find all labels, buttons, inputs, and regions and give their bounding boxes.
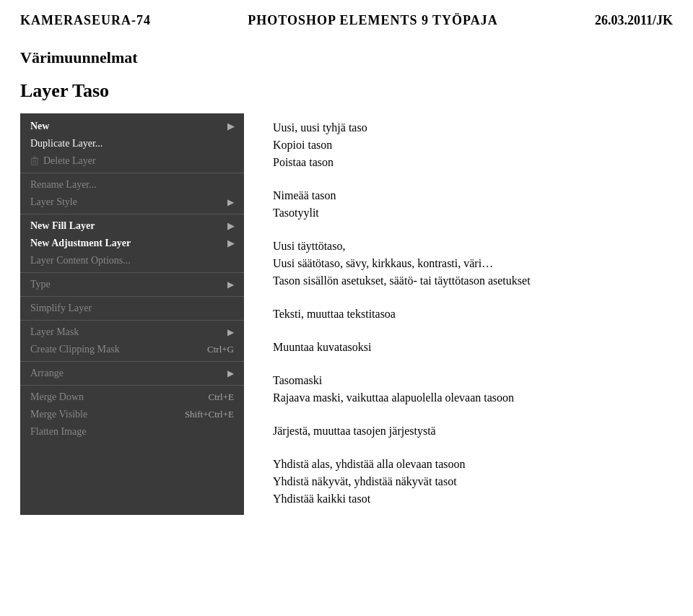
spacer-2 xyxy=(273,229,671,238)
separator-3 xyxy=(20,272,244,273)
arrow-icon-style: ▶ xyxy=(227,197,234,208)
desc-type-1: Teksti, muuttaa tekstitasoa xyxy=(273,305,671,323)
desc-type: Teksti, muuttaa tekstitasoa xyxy=(273,305,671,323)
desc-mask-1: Tasomaski xyxy=(273,372,671,389)
desc-simplify: Muuntaa kuvatasoksi xyxy=(273,339,671,356)
spacer-7 xyxy=(273,447,671,456)
separator-1 xyxy=(20,173,244,173)
arrow-icon-fill: ▶ xyxy=(227,221,234,232)
desc-arrange: Järjestä, muuttaa tasojen järjestystä xyxy=(273,422,671,440)
menu-item-arrange[interactable]: Arrange ▶ xyxy=(20,365,244,382)
svg-rect-1 xyxy=(33,160,34,163)
desc-merge-3: Yhdistää kaikki tasot xyxy=(273,490,671,508)
desc-style-1: Tasotyylit xyxy=(273,204,671,222)
arrow-icon-arrange: ▶ xyxy=(227,368,234,379)
svg-rect-3 xyxy=(31,158,38,159)
svg-rect-2 xyxy=(35,160,36,163)
menu-item-rename-layer[interactable]: Rename Layer... xyxy=(20,176,244,194)
desc-rename: Nimeää tason Tasotyylit xyxy=(273,187,671,222)
subtitle: Värimuunnelmat xyxy=(0,35,693,74)
desc-fill-2: Uusi säätötaso, sävy, kirkkaus, kontrast… xyxy=(273,255,671,272)
desc-simplify-1: Muuntaa kuvatasoksi xyxy=(273,339,671,356)
menu-item-simplify-layer[interactable]: Simplify Layer xyxy=(20,300,244,317)
menu-item-type[interactable]: Type ▶ xyxy=(20,276,244,293)
desc-new-2: Kopioi tason xyxy=(273,136,671,154)
desc-merge: Yhdistä alas, yhdistää alla olevaan taso… xyxy=(273,456,671,508)
menu-item-flatten-image[interactable]: Flatten Image xyxy=(20,423,244,441)
spacer-5 xyxy=(273,363,671,372)
spacer-1 xyxy=(273,178,671,187)
desc-arrange-1: Järjestä, muuttaa tasojen järjestystä xyxy=(273,422,671,440)
header-center: PHOTOSHOP ELEMENTS 9 TYÖPAJA xyxy=(248,13,498,28)
desc-fill: Uusi täyttötaso, Uusi säätötaso, sävy, k… xyxy=(273,238,671,290)
svg-rect-4 xyxy=(33,157,36,158)
descriptions-panel: Uusi, uusi tyhjä taso Kopioi tason Poist… xyxy=(244,113,686,515)
separator-4 xyxy=(20,296,244,297)
menu-item-layer-content-options[interactable]: Layer Content Options... xyxy=(20,252,244,269)
arrow-icon-type: ▶ xyxy=(227,279,234,290)
desc-fill-3: Tason sisällön asetukset, säätö- tai täy… xyxy=(273,272,671,290)
menu-item-new[interactable]: New ▶ xyxy=(20,118,244,135)
svg-rect-0 xyxy=(32,159,38,165)
desc-new-3: Poistaa tason xyxy=(273,154,671,171)
spacer-4 xyxy=(273,330,671,339)
spacer-6 xyxy=(273,414,671,422)
menu-item-merge-down[interactable]: Merge Down Ctrl+E xyxy=(20,389,244,406)
spacer-3 xyxy=(273,297,671,305)
main-content: New ▶ Duplicate Layer... Delete Layer Re… xyxy=(0,113,693,515)
menu-item-delete-layer[interactable]: Delete Layer xyxy=(20,152,244,170)
arrow-icon: ▶ xyxy=(227,121,234,132)
desc-merge-1: Yhdistä alas, yhdistää alla olevaan taso… xyxy=(273,456,671,473)
menu-item-new-adjustment-layer[interactable]: New Adjustment Layer ▶ xyxy=(20,235,244,252)
desc-mask: Tasomaski Rajaava maski, vaikuttaa alapu… xyxy=(273,372,671,407)
desc-mask-2: Rajaava maski, vaikuttaa alapuolella ole… xyxy=(273,389,671,407)
menu-item-layer-mask[interactable]: Layer Mask ▶ xyxy=(20,324,244,341)
menu-item-layer-style[interactable]: Layer Style ▶ xyxy=(20,194,244,211)
desc-rename-1: Nimeää tason xyxy=(273,187,671,204)
section-heading: Layer Taso xyxy=(0,74,693,113)
menu-item-duplicate-layer[interactable]: Duplicate Layer... xyxy=(20,135,244,152)
desc-new-1: Uusi, uusi tyhjä taso xyxy=(273,119,671,136)
separator-6 xyxy=(20,361,244,362)
header: KAMERASEURA-74 PHOTOSHOP ELEMENTS 9 TYÖP… xyxy=(0,0,693,35)
menu-item-new-fill-layer[interactable]: New Fill Layer ▶ xyxy=(20,217,244,235)
header-left: KAMERASEURA-74 xyxy=(20,13,151,28)
desc-fill-1: Uusi täyttötaso, xyxy=(273,238,671,255)
trash-icon xyxy=(30,157,39,165)
menu-item-merge-visible[interactable]: Merge Visible Shift+Ctrl+E xyxy=(20,406,244,423)
separator-2 xyxy=(20,214,244,214)
separator-7 xyxy=(20,385,244,386)
separator-5 xyxy=(20,320,244,321)
header-right: 26.03.2011/JK xyxy=(595,13,673,28)
desc-merge-2: Yhdistä näkyvät, yhdistää näkyvät tasot xyxy=(273,473,671,490)
menu-item-create-clipping-mask[interactable]: Create Clipping Mask Ctrl+G xyxy=(20,341,244,358)
menu-panel: New ▶ Duplicate Layer... Delete Layer Re… xyxy=(20,113,244,515)
arrow-icon-mask: ▶ xyxy=(227,327,234,338)
desc-new: Uusi, uusi tyhjä taso Kopioi tason Poist… xyxy=(273,119,671,171)
arrow-icon-adjustment: ▶ xyxy=(227,238,234,249)
